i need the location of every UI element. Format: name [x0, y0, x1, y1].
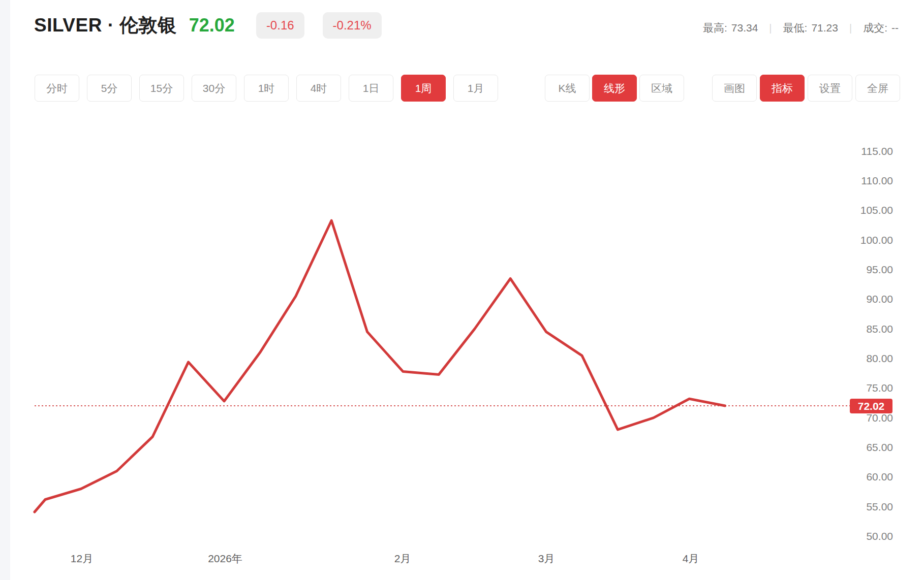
y-axis-label: 95.00 [866, 263, 893, 276]
tool-button-settings[interactable]: 设置 [808, 75, 852, 102]
last-price: 72.02 [189, 15, 235, 36]
y-axis-label: 70.00 [866, 411, 893, 425]
session-stats: 最高:73.34|最低:71.23|成交:-- [703, 20, 899, 36]
period-button-intraday[interactable]: 分时 [35, 75, 79, 102]
chart-type-button-area[interactable]: 区域 [639, 75, 684, 102]
y-axis-label: 90.00 [866, 293, 893, 306]
period-button-5min[interactable]: 5分 [87, 75, 132, 102]
stat-value-volume: -- [891, 22, 899, 34]
y-axis-label: 50.00 [866, 530, 893, 543]
symbol-title: SILVER · 伦敦银 [34, 13, 177, 38]
y-axis-label: 110.00 [861, 174, 893, 187]
x-axis-label: 2月 [394, 552, 411, 566]
x-axis-label: 2026年 [208, 552, 242, 566]
chart-type-button-candlestick[interactable]: K线 [545, 75, 590, 102]
period-button-1day[interactable]: 1日 [349, 75, 393, 102]
stat-label-low: 最低: [783, 21, 808, 35]
y-axis-label: 65.00 [866, 441, 893, 454]
x-axis-label: 12月 [71, 552, 93, 566]
current-price-tag: 72.02 [850, 399, 892, 413]
stats-separator: | [849, 22, 852, 34]
period-button-1month[interactable]: 1月 [453, 75, 498, 102]
y-axis-label: 100.00 [860, 234, 893, 247]
tool-button-draw[interactable]: 画图 [712, 75, 757, 102]
period-button-1week-selected[interactable]: 1周 [401, 75, 446, 102]
period-button-15min[interactable]: 15分 [139, 75, 184, 102]
chart-type-button-line-selected[interactable]: 线形 [592, 75, 637, 102]
y-axis-label: 55.00 [866, 500, 893, 513]
period-buttons: 分时5分15分30分1时4时1日1周1月 [35, 75, 498, 102]
stats-separator: | [769, 22, 772, 34]
y-axis-label: 60.00 [866, 470, 893, 484]
period-button-30min[interactable]: 30分 [192, 75, 236, 102]
y-axis-label: 85.00 [866, 323, 893, 336]
stat-label-volume: 成交: [863, 21, 887, 35]
price-chart-canvas[interactable]: 115.00110.00105.00100.0095.0090.0085.008… [0, 117, 924, 580]
period-button-4hour[interactable]: 4时 [296, 75, 341, 102]
y-axis-label: 75.00 [866, 381, 893, 395]
price-change-percent-badge: -0.21% [323, 12, 382, 39]
chart-type-buttons: K线线形区域 [545, 75, 684, 102]
stat-label-high: 最高: [703, 21, 727, 35]
tool-buttons: 画图指标设置全屏 [712, 75, 900, 102]
price-change-badge: -0.16 [256, 12, 304, 39]
period-button-1hour[interactable]: 1时 [244, 75, 289, 102]
stat-value-high: 73.34 [731, 22, 758, 34]
price-series-line [35, 220, 725, 512]
stat-value-low: 71.23 [811, 22, 838, 34]
header: SILVER · 伦敦银 72.02 -0.16 -0.21% [34, 11, 382, 40]
y-axis-label: 115.00 [861, 145, 893, 158]
silver-trading-chart-page: SILVER · 伦敦银 72.02 -0.16 -0.21% 最高:73.34… [0, 0, 924, 580]
y-axis-label: 80.00 [866, 352, 893, 365]
x-axis-label: 4月 [683, 552, 699, 566]
x-axis-label: 3月 [538, 552, 555, 566]
tool-button-fullscreen[interactable]: 全屏 [855, 75, 900, 102]
y-axis-label: 105.00 [860, 204, 893, 217]
tool-button-indicators-selected[interactable]: 指标 [760, 75, 805, 102]
